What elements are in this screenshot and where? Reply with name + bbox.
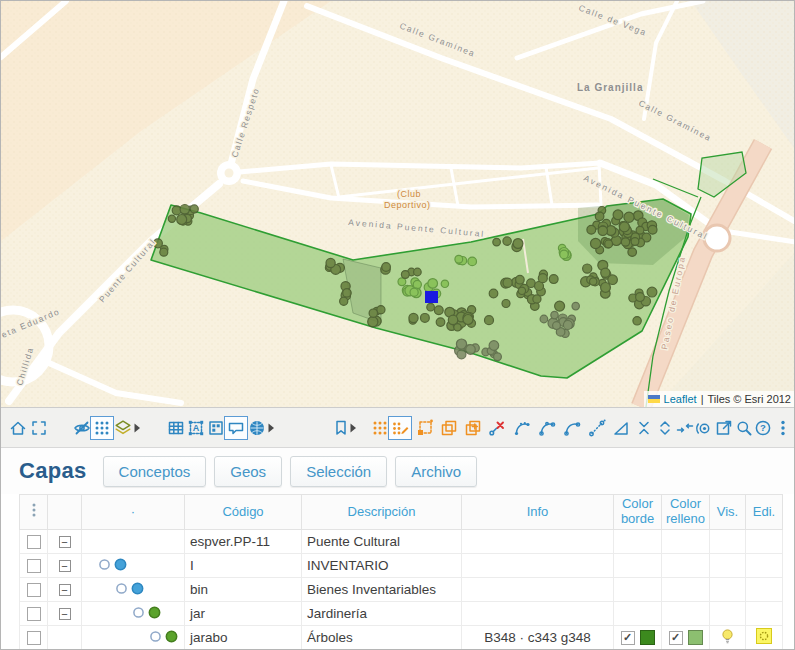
- delete-vertex-icon[interactable]: [485, 416, 509, 440]
- caret-right-icon[interactable]: [125, 416, 149, 440]
- app-window: Calle GramíneaCalle de VegaLa GranjillaC…: [0, 0, 795, 650]
- copy-features-icon[interactable]: [437, 416, 461, 440]
- tab-geos[interactable]: Geos: [214, 456, 282, 487]
- symbol-outline-circle: [115, 582, 128, 598]
- selection-square-icon[interactable]: [413, 416, 437, 440]
- curve-tool-icon[interactable]: [510, 416, 534, 440]
- kebab-menu-icon[interactable]: [771, 416, 795, 440]
- row-checkbox[interactable]: [27, 631, 41, 645]
- layer-row-I[interactable]: −IINVENTARIO: [20, 554, 783, 578]
- codigo-cell: bin: [190, 582, 208, 597]
- edit-toggle[interactable]: [756, 632, 772, 647]
- collapse-toggle[interactable]: −: [59, 584, 71, 596]
- symbol-outline-circle: [149, 630, 162, 646]
- panel-title: Capas: [19, 458, 87, 484]
- map-label: Deportivo): [384, 200, 431, 210]
- col-header-codigo: Código: [185, 495, 302, 530]
- col-header-info: Info: [462, 495, 614, 530]
- attribution-divider: |: [701, 393, 704, 405]
- codigo-cell: jar: [190, 606, 205, 621]
- layer-row-jarabo[interactable]: jaraboÁrbolesB348 · c343 g348✓✓: [20, 626, 783, 650]
- descripcion-cell: Bienes Inventariables: [307, 582, 436, 597]
- descripcion-cell: Puente Cultural: [307, 534, 400, 549]
- col-header-color-borde: Color borde: [614, 495, 662, 530]
- codigo-cell: I: [190, 558, 194, 573]
- col-header-label: Edi.: [753, 504, 775, 519]
- fill-color-swatch[interactable]: [688, 630, 703, 645]
- tab-seleccion[interactable]: Selección: [290, 456, 387, 487]
- editing-sun-icon: [756, 628, 772, 644]
- tab-conceptos[interactable]: Conceptos: [103, 456, 207, 487]
- col-header-symbol: ·: [82, 495, 185, 530]
- layers-table: ·CódigoDescripciónInfoColor bordeColor r…: [19, 494, 783, 650]
- descripcion-cell: INVENTARIO: [307, 558, 389, 573]
- border-color-checkbox[interactable]: ✓: [621, 631, 635, 645]
- map-canvas[interactable]: Calle GramíneaCalle de VegaLa GranjillaC…: [1, 1, 795, 407]
- row-checkbox[interactable]: [27, 607, 41, 621]
- ukraine-flag-icon: [648, 395, 660, 403]
- row-checkbox[interactable]: [27, 535, 41, 549]
- collapse-toggle[interactable]: −: [59, 536, 71, 548]
- lightbulb-icon: [720, 628, 735, 645]
- map-toolbar: A?: [1, 407, 795, 448]
- map-label: La Granjilla: [577, 82, 643, 93]
- svg-text:A: A: [193, 423, 200, 433]
- caret-right-icon[interactable]: [341, 416, 365, 440]
- codigo-cell: espver.PP-11: [190, 534, 270, 549]
- caret-right-icon[interactable]: [259, 416, 283, 440]
- visibility-toggle[interactable]: [720, 633, 735, 648]
- col-header-label: Vis.: [717, 504, 738, 519]
- curve-tool-2-icon[interactable]: [535, 416, 559, 440]
- col-header-label: Color relleno: [666, 496, 705, 526]
- map-attribution: Leaflet | Tiles © Esri 2012: [644, 391, 795, 407]
- col-header-label: Descripción: [348, 504, 416, 519]
- leaflet-link[interactable]: Leaflet: [664, 393, 697, 405]
- kebab-menu-icon: [27, 502, 41, 518]
- border-color-swatch[interactable]: [640, 630, 655, 645]
- col-header-label: Info: [527, 504, 549, 519]
- col-header-menu[interactable]: [20, 495, 48, 530]
- selected-feature-marker[interactable]: [425, 291, 438, 303]
- collapse-toggle[interactable]: −: [59, 608, 71, 620]
- symbol-filled-circle: [165, 630, 178, 646]
- layers-tabs-bar: Capas ConceptosGeosSelecciónArchivo: [1, 448, 795, 494]
- layer-row-jar[interactable]: −jarJardinería: [20, 602, 783, 626]
- col-header-select: [48, 495, 82, 530]
- info-cell: B348 · c343 g348: [484, 630, 591, 645]
- angle-measure-icon[interactable]: [609, 416, 633, 440]
- symbol-outline-circle: [98, 558, 111, 574]
- fullscreen-icon[interactable]: [27, 416, 51, 440]
- tab-archivo[interactable]: Archivo: [395, 456, 477, 487]
- tabs-group: ConceptosGeosSelecciónArchivo: [103, 456, 486, 487]
- row-checkbox[interactable]: [27, 559, 41, 573]
- col-header-descripcion: Descripción: [302, 495, 462, 530]
- layer-row-espver.PP-11[interactable]: −espver.PP-11Puente Cultural: [20, 530, 783, 554]
- col-header-label: ·: [131, 504, 135, 519]
- map-graphics: Calle GramíneaCalle de VegaLa GranjillaC…: [1, 1, 795, 407]
- symbol-outline-circle: [132, 606, 145, 622]
- vertex-line-icon[interactable]: [585, 416, 609, 440]
- curve-tool-3-icon[interactable]: [560, 416, 584, 440]
- descripcion-cell: Árboles: [307, 630, 353, 645]
- col-header-label: Color borde: [621, 496, 654, 526]
- collapse-toggle[interactable]: −: [59, 560, 71, 572]
- col-header-edi: Edi.: [746, 495, 783, 530]
- descripcion-cell: Jardinería: [307, 606, 367, 621]
- map-label: (Club: [397, 189, 421, 199]
- svg-text:?: ?: [760, 422, 766, 433]
- col-header-color-relleno: Color relleno: [662, 495, 710, 530]
- codigo-cell: jarabo: [190, 630, 228, 645]
- add-features-icon[interactable]: [461, 416, 485, 440]
- fill-color-checkbox[interactable]: ✓: [669, 631, 683, 645]
- tiles-credit: Tiles © Esri 2012: [707, 393, 791, 405]
- roundabout-island: [225, 169, 234, 178]
- symbol-filled-circle: [131, 582, 144, 598]
- col-header-vis: Vis.: [710, 495, 746, 530]
- paseo-roundabout: [704, 225, 730, 251]
- symbol-filled-circle: [148, 606, 161, 622]
- points-edit-icon[interactable]: [388, 416, 412, 440]
- col-header-label: Código: [222, 504, 263, 519]
- symbol-filled-circle: [114, 558, 127, 574]
- row-checkbox[interactable]: [27, 583, 41, 597]
- layer-row-bin[interactable]: −binBienes Inventariables: [20, 578, 783, 602]
